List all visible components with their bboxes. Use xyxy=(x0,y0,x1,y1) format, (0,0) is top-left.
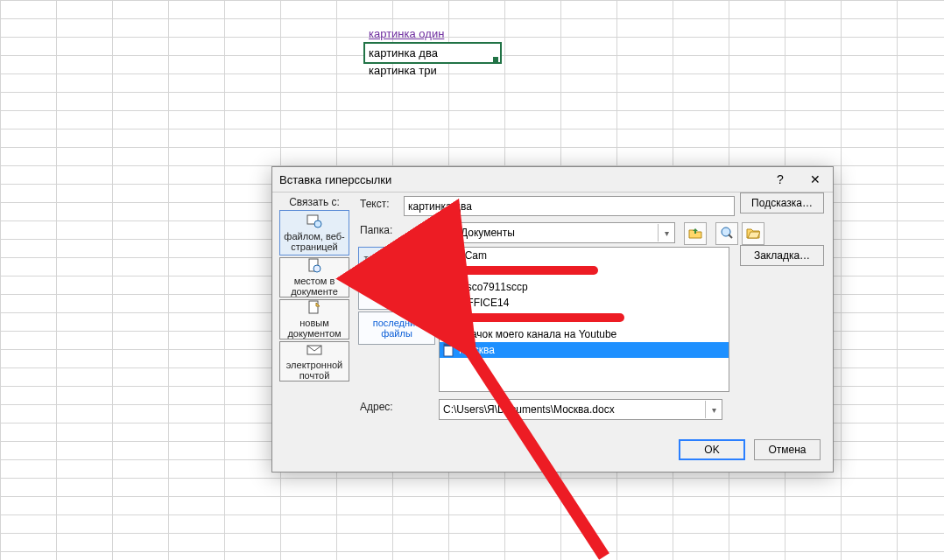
file-name: OFFICE14 xyxy=(459,297,509,309)
redaction-bar xyxy=(458,313,624,322)
tab-current-folder[interactable]: текущая папка xyxy=(358,247,435,270)
dialog-title: Вставка гиперссылки xyxy=(279,173,391,186)
cell-pic3[interactable]: картинка три xyxy=(365,61,437,80)
text-label: Текст: xyxy=(360,198,390,210)
linkto-email-label: электронной почтой xyxy=(282,360,347,381)
linkto-place-label: местом в документе xyxy=(282,276,347,297)
globe-search-icon xyxy=(720,226,734,242)
file-list-item[interactable]: oCam xyxy=(440,248,729,263)
linkto-new-doc[interactable]: новым документом xyxy=(279,299,349,340)
linkto-file-web[interactable]: файлом, веб-страницей xyxy=(279,210,349,256)
email-icon xyxy=(306,342,322,358)
tab-recent-label: последние файлы xyxy=(373,318,421,339)
file-name: Значок моего канала на Youtube xyxy=(459,328,616,340)
dialog-titlebar[interactable]: Вставка гиперссылки ? ✕ xyxy=(272,167,833,192)
up-folder-icon xyxy=(688,226,702,242)
linkto-place-in-doc[interactable]: местом в документе xyxy=(279,257,349,298)
address-value: C:\Users\Я\Documents\Москва.docx xyxy=(443,403,705,416)
file-name: cisco7911sccp xyxy=(459,281,528,293)
file-list-item[interactable]: Значок моего канала на Youtube xyxy=(440,326,729,342)
file-name: Москва xyxy=(459,344,495,356)
address-input[interactable]: C:\Users\Я\Documents\Москва.docx ▾ xyxy=(439,399,722,420)
file-name: oCam xyxy=(459,249,487,262)
tab-current-label: текущая папка xyxy=(364,253,430,263)
file-list-item[interactable]: Москва xyxy=(440,342,729,358)
svg-line-7 xyxy=(729,234,732,238)
cell-link-pic1[interactable]: картинка один xyxy=(365,24,444,43)
svg-point-3 xyxy=(313,265,321,272)
folder-label: Папка: xyxy=(360,224,392,236)
cell-selection-handle[interactable] xyxy=(493,57,498,62)
linkto-label: Связать с: xyxy=(279,196,349,208)
tab-browsed-label: просмотренные страницы xyxy=(362,277,433,298)
chevron-down-icon: ▾ xyxy=(658,224,674,242)
browse-file-button[interactable] xyxy=(742,222,764,245)
file-web-icon xyxy=(306,214,322,229)
new-doc-icon xyxy=(306,300,322,316)
dialog-close-button[interactable]: ✕ xyxy=(798,167,833,192)
linkto-new-doc-label: новым документом xyxy=(282,318,347,339)
doc-icon xyxy=(441,343,455,357)
open-folder-icon xyxy=(746,226,760,242)
linkto-email[interactable]: электронной почтой xyxy=(279,341,349,382)
cell-selected-pic2[interactable]: картинка два xyxy=(363,42,502,64)
tab-recent-files[interactable]: последние файлы xyxy=(358,312,435,345)
look-in-folder-select[interactable]: Документы ▾ xyxy=(439,222,675,243)
bookmark-button[interactable]: Закладка… xyxy=(740,245,824,266)
svg-point-1 xyxy=(314,220,321,228)
svg-rect-14 xyxy=(444,328,453,331)
tab-browsed-pages[interactable]: просмотренные страницы xyxy=(358,271,435,310)
insert-hyperlink-dialog: Вставка гиперссылки ? ✕ Связать с: файло… xyxy=(271,166,834,472)
linkto-file-web-label: файлом, веб-страницей xyxy=(282,231,347,252)
svg-rect-9 xyxy=(447,281,450,293)
ok-button[interactable]: OK xyxy=(679,439,745,460)
display-text-input[interactable] xyxy=(404,196,735,216)
file-list-item[interactable]: OFFICE14 xyxy=(440,295,729,311)
file-list-item[interactable]: cisco7911sccp xyxy=(440,279,729,295)
doc-icon xyxy=(441,327,455,341)
folder-icon xyxy=(441,248,455,262)
shortcut-icon xyxy=(441,296,455,310)
redaction-bar xyxy=(458,266,598,275)
svg-rect-16 xyxy=(444,344,453,346)
up-one-level-button[interactable] xyxy=(684,222,707,245)
folder-icon xyxy=(441,264,455,278)
cancel-button[interactable]: Отмена xyxy=(754,439,821,460)
archive-icon xyxy=(441,280,455,294)
screentip-button[interactable]: Подсказка… xyxy=(740,192,824,214)
doc-icon xyxy=(441,312,455,326)
folder-icon xyxy=(443,226,457,240)
svg-rect-12 xyxy=(444,312,453,315)
dialog-help-button[interactable]: ? xyxy=(763,167,798,192)
folder-value: Документы xyxy=(461,227,658,239)
place-doc-icon xyxy=(306,258,322,274)
browse-web-button[interactable] xyxy=(715,222,738,245)
address-label: Адрес: xyxy=(360,401,393,413)
chevron-down-icon: ▾ xyxy=(705,401,722,418)
